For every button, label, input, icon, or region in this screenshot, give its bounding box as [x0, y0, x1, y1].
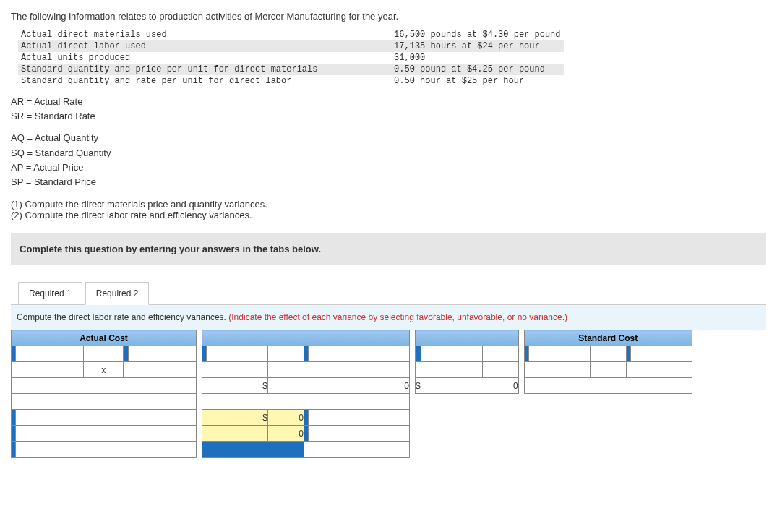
input-cell[interactable]	[268, 346, 304, 362]
tab-required-2[interactable]: Required 2	[85, 282, 150, 305]
tab-required-1[interactable]: Required 1	[18, 282, 82, 305]
question-1: (1) Compute the direct materials price a…	[11, 199, 766, 210]
input-cell[interactable]	[309, 346, 410, 362]
input-cell[interactable]	[16, 410, 197, 426]
input-cell[interactable]	[202, 362, 268, 378]
input-cell[interactable]	[416, 362, 483, 378]
tab-prompt: Compute the direct labor rate and effici…	[11, 304, 766, 330]
dollar-label: $	[202, 378, 268, 394]
input-cell[interactable]	[84, 346, 124, 362]
header-mid-1	[202, 330, 410, 346]
definitions-block-2: AQ = Actual QuantitySQ = Standard Quanti…	[11, 132, 766, 189]
input-cell[interactable]	[309, 410, 410, 426]
data-label: Actual direct labor used	[18, 40, 336, 52]
header-mid-2	[416, 330, 519, 346]
value-cell[interactable]: 0	[268, 410, 304, 426]
times-symbol: x	[84, 362, 124, 378]
header-standard-cost: Standard Cost	[524, 330, 692, 346]
dollar-label: $	[202, 410, 268, 426]
given-data-table: Actual direct materials used 16,500 poun…	[18, 29, 564, 87]
data-value: 17,135 hours at $24 per hour	[336, 40, 563, 52]
definitions-block-1: AR = Actual RateSR = Standard Rate	[11, 95, 766, 123]
definition: AQ = Actual Quantity	[11, 132, 766, 145]
tab-prompt-text: Compute the direct labor rate and effici…	[17, 312, 228, 322]
input-cell[interactable]	[421, 346, 482, 362]
input-cell[interactable]	[202, 426, 268, 442]
tab-strip: Required 1 Required 2	[18, 282, 766, 305]
value-cell[interactable]: 0	[421, 378, 518, 394]
input-cell[interactable]	[268, 362, 304, 378]
intro-text: The following information relates to pro…	[11, 11, 766, 22]
definition: AP = Actual Price	[11, 161, 766, 174]
input-cell[interactable]	[16, 346, 84, 362]
value-cell[interactable]: 0	[268, 378, 410, 394]
input-cell[interactable]	[12, 362, 84, 378]
data-label: Actual direct materials used	[18, 29, 336, 40]
input-cell[interactable]	[16, 426, 197, 442]
marker	[124, 346, 129, 362]
input-cell[interactable]	[309, 426, 410, 442]
marker	[416, 346, 421, 362]
input-cell[interactable]	[524, 378, 692, 394]
data-value: 0.50 hour at $25 per hour	[336, 75, 563, 87]
data-value: 31,000	[336, 52, 563, 64]
tab-hint: (Indicate the effect of each variance by…	[228, 312, 567, 322]
input-cell[interactable]	[304, 362, 410, 378]
input-cell[interactable]	[304, 442, 410, 458]
input-cell[interactable]	[482, 346, 518, 362]
data-label: Actual units produced	[18, 52, 336, 64]
input-cell[interactable]	[128, 346, 196, 362]
spacer-cell	[12, 394, 197, 410]
instruction-bar: Complete this question by entering your …	[11, 233, 766, 265]
input-cell[interactable]	[12, 378, 197, 394]
input-cell[interactable]	[590, 362, 626, 378]
input-cell[interactable]	[524, 362, 590, 378]
input-cell[interactable]	[528, 346, 590, 362]
worksheet: Actual Cost Standard Cost x	[11, 330, 766, 458]
input-cell[interactable]	[124, 362, 197, 378]
input-cell[interactable]	[16, 442, 197, 458]
value-cell[interactable]: 0	[268, 426, 304, 442]
input-cell[interactable]	[482, 362, 518, 378]
spacer-cell	[202, 394, 410, 410]
definition: AR = Actual Rate	[11, 95, 766, 108]
input-cell[interactable]	[626, 362, 692, 378]
data-value: 16,500 pounds at $4.30 per pound	[336, 29, 563, 40]
dollar-label: $	[416, 378, 421, 394]
input-cell[interactable]	[590, 346, 626, 362]
definition: SP = Standard Price	[11, 176, 766, 189]
questions: (1) Compute the direct materials price a…	[11, 199, 766, 220]
input-cell[interactable]	[207, 346, 268, 362]
definition: SR = Standard Rate	[11, 110, 766, 123]
header-actual-cost: Actual Cost	[12, 330, 197, 346]
definition: SQ = Standard Quantity	[11, 147, 766, 160]
input-cell[interactable]	[630, 346, 692, 362]
data-label: Standard quantity and price per unit for…	[18, 64, 336, 75]
data-label: Standard quantity and rate per unit for …	[18, 75, 336, 87]
data-value: 0.50 pound at $4.25 per pound	[336, 64, 563, 75]
marker	[202, 442, 304, 458]
question-2: (2) Compute the direct labor rate and ef…	[11, 210, 766, 220]
